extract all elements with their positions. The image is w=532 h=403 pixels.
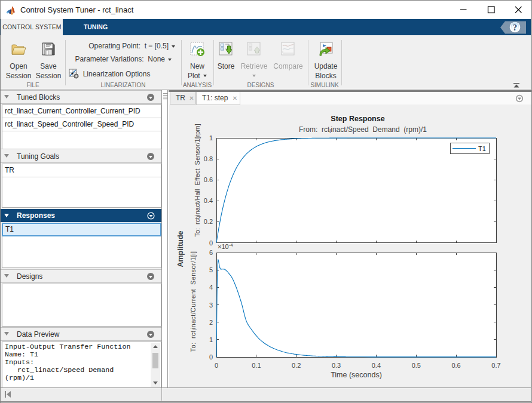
svg-text:Time (seconds): Time (seconds) [331, 371, 382, 379]
svg-text:2: 2 [209, 319, 213, 326]
svg-text:Amplitude: Amplitude [176, 230, 185, 267]
svg-text:0: 0 [215, 362, 218, 369]
svg-text:To: rctlinact/Hall Effect S: To: rctlinact/Hall Effect Sensor/1[rpm] [194, 124, 202, 236]
svg-text:0.4: 0.4 [204, 197, 213, 204]
svg-text:From: rctlinact/Speed Demand: From: rctlinact/Speed Demand (rpm)/1 [299, 125, 427, 134]
svg-text:0.7: 0.7 [491, 362, 500, 369]
svg-text:0.4: 0.4 [372, 362, 381, 369]
svg-text:Step Response: Step Response [331, 115, 384, 123]
svg-text:3: 3 [209, 302, 213, 309]
svg-text:0.2: 0.2 [204, 218, 213, 225]
svg-text:4: 4 [209, 284, 213, 291]
svg-text:0.1: 0.1 [252, 362, 261, 369]
svg-text:?: ? [513, 23, 517, 32]
svg-text:0.5: 0.5 [412, 362, 421, 369]
svg-text:To: rctlinact/Current Sensor: To: rctlinact/Current Sensor/1[i] [189, 251, 198, 352]
svg-text:5: 5 [209, 266, 213, 273]
svg-text:×10-4: ×10-4 [218, 242, 233, 250]
svg-text:0: 0 [209, 353, 213, 361]
svg-text:0.6: 0.6 [451, 362, 460, 369]
svg-text:0.6: 0.6 [204, 176, 213, 183]
svg-text:1: 1 [209, 134, 213, 141]
svg-text:1: 1 [209, 336, 213, 343]
svg-text:0.8: 0.8 [204, 155, 213, 162]
svg-text:T1: T1 [478, 145, 486, 152]
svg-text:0: 0 [209, 239, 213, 247]
svg-text:0.2: 0.2 [292, 362, 301, 369]
svg-text:6: 6 [209, 249, 213, 256]
svg-text:0.3: 0.3 [332, 362, 341, 369]
